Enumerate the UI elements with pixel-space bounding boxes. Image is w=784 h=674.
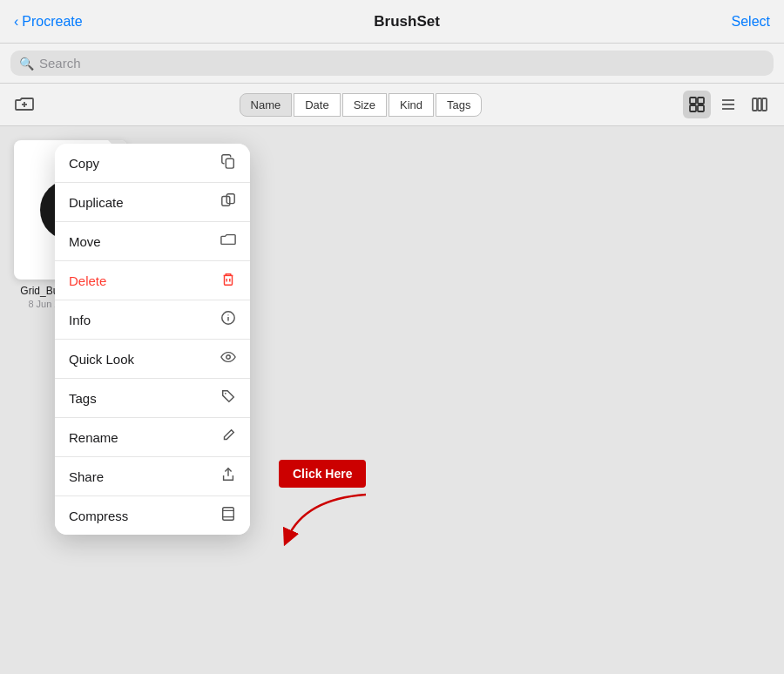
- share-icon: [220, 467, 236, 486]
- sort-name-button[interactable]: Name: [240, 93, 293, 117]
- svg-point-20: [227, 314, 228, 315]
- svg-rect-14: [226, 194, 234, 204]
- svg-rect-13: [222, 197, 230, 206]
- copy-icon: [220, 153, 236, 172]
- svg-rect-23: [223, 508, 234, 520]
- header: ‹ Procreate BrushSet Select: [0, 0, 784, 44]
- svg-rect-9: [753, 98, 757, 111]
- select-button[interactable]: Select: [732, 14, 770, 30]
- menu-item-delete[interactable]: Delete: [55, 261, 250, 300]
- click-here-label: Click Here: [279, 460, 366, 488]
- menu-item-compress-label: Compress: [69, 509, 128, 523]
- view-buttons: [683, 91, 774, 118]
- search-icon: 🔍: [19, 57, 34, 71]
- grid-view-button[interactable]: [683, 91, 711, 118]
- folder-button[interactable]: [10, 91, 38, 118]
- menu-item-move-label: Move: [69, 234, 101, 249]
- menu-item-tags-label: Tags: [69, 391, 97, 406]
- menu-item-info[interactable]: Info: [55, 300, 250, 340]
- menu-item-copy[interactable]: Copy: [55, 144, 250, 183]
- sort-buttons: Name Date Size Kind Tags: [240, 93, 483, 117]
- menu-item-quick-look-label: Quick Look: [69, 352, 134, 367]
- duplicate-icon: [220, 192, 236, 212]
- menu-item-rename[interactable]: Rename: [55, 418, 250, 457]
- svg-rect-2: [690, 98, 696, 104]
- menu-item-compress[interactable]: Compress: [55, 496, 250, 535]
- folder-icon: [220, 232, 236, 251]
- menu-item-tags[interactable]: Tags: [55, 379, 250, 418]
- annotation-arrow: [279, 490, 383, 551]
- menu-item-rename-label: Rename: [69, 430, 118, 445]
- sort-tags-button[interactable]: Tags: [436, 93, 482, 117]
- click-here-annotation: Click Here: [279, 466, 366, 482]
- menu-item-delete-label: Delete: [69, 273, 106, 288]
- trash-icon: [220, 271, 236, 290]
- pencil-icon: [220, 428, 236, 447]
- sort-size-button[interactable]: Size: [342, 93, 387, 117]
- context-menu: Copy Duplicate Move: [55, 144, 250, 535]
- column-view-button[interactable]: [746, 91, 774, 118]
- eye-icon: [220, 349, 236, 368]
- menu-item-quick-look[interactable]: Quick Look: [55, 340, 250, 379]
- svg-point-21: [226, 355, 231, 360]
- menu-item-share-label: Share: [69, 469, 104, 484]
- search-bar: 🔍 Search: [0, 44, 784, 84]
- svg-rect-5: [698, 105, 704, 111]
- back-label: Procreate: [22, 14, 82, 30]
- menu-item-share[interactable]: Share: [55, 457, 250, 496]
- svg-point-22: [225, 393, 226, 394]
- list-view-button[interactable]: [714, 91, 742, 118]
- tag-icon: [220, 388, 236, 408]
- compress-icon: [220, 506, 236, 525]
- toolbar: Name Date Size Kind Tags: [0, 84, 784, 126]
- search-placeholder: Search: [39, 56, 81, 71]
- menu-item-copy-label: Copy: [69, 156, 99, 171]
- menu-item-info-label: Info: [69, 313, 91, 327]
- svg-rect-10: [758, 98, 761, 111]
- sort-kind-button[interactable]: Kind: [389, 93, 434, 117]
- main-content: Grid_Builder.brushset 8 Jun 2019 at 21:3…: [0, 126, 784, 673]
- back-button[interactable]: ‹ Procreate: [14, 14, 83, 30]
- chevron-left-icon: ‹: [14, 14, 18, 30]
- svg-rect-15: [225, 275, 233, 285]
- menu-item-duplicate-label: Duplicate: [69, 195, 124, 210]
- page-title: BrushSet: [374, 13, 440, 30]
- sort-date-button[interactable]: Date: [294, 93, 340, 117]
- search-input-wrap[interactable]: 🔍 Search: [10, 51, 774, 76]
- svg-rect-4: [690, 105, 696, 111]
- svg-rect-11: [762, 98, 767, 111]
- svg-rect-3: [698, 98, 704, 104]
- menu-item-duplicate[interactable]: Duplicate: [55, 183, 250, 222]
- svg-rect-12: [226, 158, 233, 168]
- menu-item-move[interactable]: Move: [55, 222, 250, 261]
- info-icon: [220, 310, 236, 329]
